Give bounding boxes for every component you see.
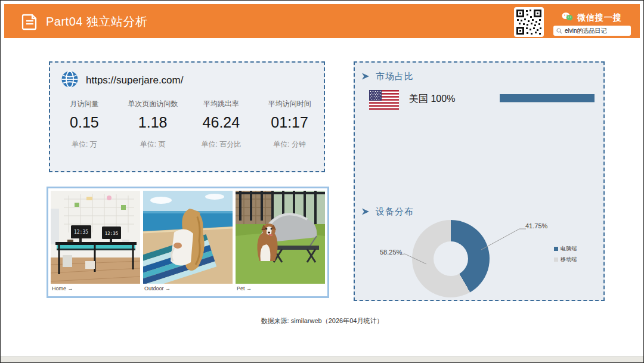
metric-unit: 单位: 页 bbox=[119, 139, 187, 150]
metric-unit: 单位: 万 bbox=[50, 139, 119, 150]
analysis-panel: 市场占比 美国 100% bbox=[354, 61, 605, 301]
donut-hole bbox=[434, 241, 468, 276]
svg-text:12:35: 12:35 bbox=[74, 229, 88, 235]
wechat-search-label: 微信搜一搜 bbox=[577, 13, 622, 23]
home-category-image: 12:35 12:35 bbox=[51, 191, 140, 284]
metric-visit-duration: 平均访问时间 01:17 单位: 分钟 bbox=[255, 99, 324, 150]
category-label-home[interactable]: Home → bbox=[51, 286, 140, 291]
outdoor-category-image bbox=[143, 191, 233, 284]
site-metrics-panel: https://superjare.com/ 月访问量 0.15 单位: 万 单… bbox=[49, 61, 325, 172]
search-icon bbox=[556, 26, 562, 36]
legend-item-desktop: 电脑端 bbox=[554, 245, 577, 253]
category-images-panel: 12:35 12:35 Home → bbox=[47, 187, 329, 298]
header-bar: Part04 独立站分析 bbox=[4, 4, 640, 38]
device-section-title: 设备分布 bbox=[362, 206, 414, 218]
metric-label: 平均访问时间 bbox=[255, 99, 324, 109]
donut-label-desktop: 41.75% bbox=[525, 222, 547, 229]
us-flag-icon bbox=[369, 90, 399, 112]
metric-value: 46.24 bbox=[187, 114, 256, 131]
legend-label: 移动端 bbox=[561, 256, 577, 263]
site-url[interactable]: https://superjare.com/ bbox=[86, 75, 183, 86]
market-share-bar-fill bbox=[500, 94, 595, 102]
category-card-pet[interactable]: Pet → bbox=[236, 191, 325, 294]
legend-swatch bbox=[554, 247, 558, 251]
search-query-text: elvin的选品日记 bbox=[565, 27, 607, 35]
document-icon bbox=[21, 13, 39, 33]
category-label-pet[interactable]: Pet → bbox=[236, 286, 325, 291]
metric-unit: 单位: 分钟 bbox=[255, 139, 324, 150]
legend-item-mobile: 移动端 bbox=[554, 256, 577, 263]
donut-label-mobile: 58.25% bbox=[380, 249, 402, 256]
metric-label: 单次页面访问数 bbox=[119, 99, 187, 109]
metrics-grid: 月访问量 0.15 单位: 万 单次页面访问数 1.18 单位: 页 平均跳出率… bbox=[50, 99, 324, 150]
device-legend: 电脑端 移动端 bbox=[554, 245, 577, 266]
metric-label: 平均跳出率 bbox=[187, 99, 256, 109]
category-card-outdoor[interactable]: Outdoor → bbox=[143, 191, 233, 294]
data-source-note: 数据来源: similarweb（2026年04月统计） bbox=[0, 317, 644, 325]
slide-edge bbox=[1, 356, 643, 362]
slide: Part04 独立站分析 bbox=[0, 0, 644, 363]
section-title-text: 市场占比 bbox=[376, 71, 414, 82]
wechat-search-input[interactable]: elvin的选品日记 bbox=[553, 26, 631, 36]
pet-category-image bbox=[236, 191, 325, 284]
wechat-icon bbox=[562, 12, 573, 24]
metric-value: 01:17 bbox=[255, 114, 324, 131]
category-card-home[interactable]: 12:35 12:35 Home → bbox=[51, 191, 140, 294]
wechat-search-header: 微信搜一搜 bbox=[562, 12, 622, 24]
metric-monthly-visits: 月访问量 0.15 单位: 万 bbox=[50, 99, 119, 150]
section-title-text: 设备分布 bbox=[376, 206, 414, 218]
page-title: Part04 独立站分析 bbox=[46, 14, 147, 30]
metric-value: 1.18 bbox=[119, 114, 187, 131]
arrow-bullet-icon bbox=[362, 207, 370, 218]
metric-unit: 单位: 百分比 bbox=[187, 139, 256, 150]
device-donut-chart bbox=[412, 220, 490, 297]
legend-swatch bbox=[554, 257, 558, 262]
market-share-bar-track bbox=[500, 94, 595, 102]
qr-code bbox=[514, 7, 544, 37]
metric-bounce-rate: 平均跳出率 46.24 单位: 百分比 bbox=[187, 99, 256, 150]
svg-text:12:35: 12:35 bbox=[105, 231, 119, 236]
globe-icon bbox=[61, 70, 79, 91]
legend-label: 电脑端 bbox=[561, 245, 577, 253]
arrow-bullet-icon bbox=[362, 72, 370, 82]
metric-label: 月访问量 bbox=[50, 99, 119, 109]
category-label-outdoor[interactable]: Outdoor → bbox=[143, 286, 233, 291]
country-share-label: 美国 100% bbox=[409, 93, 455, 106]
market-share-section-title: 市场占比 bbox=[362, 71, 414, 82]
metric-value: 0.15 bbox=[50, 114, 119, 131]
metric-pages-per-visit: 单次页面访问数 1.18 单位: 页 bbox=[119, 99, 187, 150]
